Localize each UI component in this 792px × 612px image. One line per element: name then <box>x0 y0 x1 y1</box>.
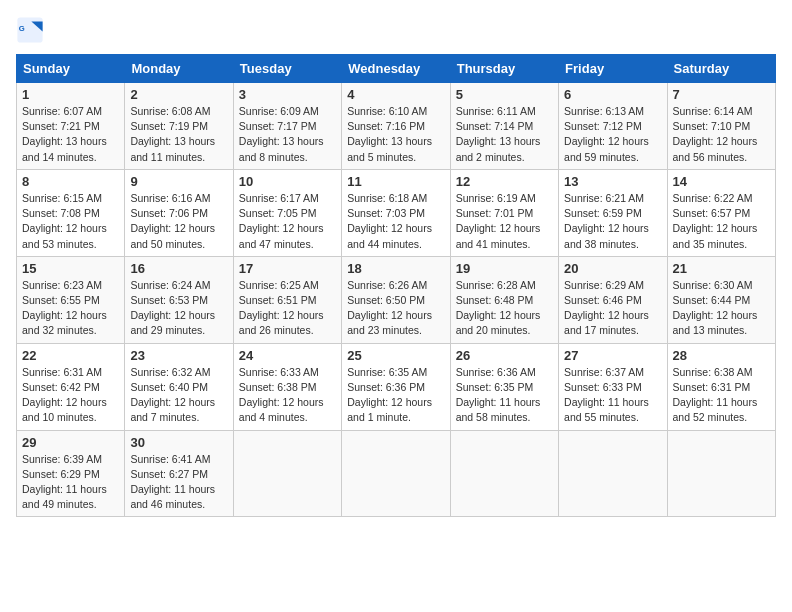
cell-line: Sunset: 6:48 PM <box>456 293 553 308</box>
calendar-cell: 24Sunrise: 6:33 AMSunset: 6:38 PMDayligh… <box>233 343 341 430</box>
cell-content: Sunrise: 6:25 AMSunset: 6:51 PMDaylight:… <box>239 278 336 339</box>
cell-line: Sunset: 7:06 PM <box>130 206 227 221</box>
cell-line: Daylight: 12 hours <box>130 395 227 410</box>
day-number: 14 <box>673 174 770 189</box>
cell-line: Sunrise: 6:25 AM <box>239 278 336 293</box>
calendar-cell: 5Sunrise: 6:11 AMSunset: 7:14 PMDaylight… <box>450 83 558 170</box>
cell-line: Sunset: 6:33 PM <box>564 380 661 395</box>
cell-line: and 5 minutes. <box>347 150 444 165</box>
cell-line: Sunrise: 6:36 AM <box>456 365 553 380</box>
day-number: 1 <box>22 87 119 102</box>
cell-line: Sunset: 6:29 PM <box>22 467 119 482</box>
cell-line: and 49 minutes. <box>22 497 119 512</box>
calendar-cell: 30Sunrise: 6:41 AMSunset: 6:27 PMDayligh… <box>125 430 233 517</box>
cell-line: Sunrise: 6:22 AM <box>673 191 770 206</box>
cell-line: Daylight: 13 hours <box>22 134 119 149</box>
cell-content: Sunrise: 6:23 AMSunset: 6:55 PMDaylight:… <box>22 278 119 339</box>
cell-line: and 13 minutes. <box>673 323 770 338</box>
cell-line: and 14 minutes. <box>22 150 119 165</box>
day-number: 23 <box>130 348 227 363</box>
calendar-cell: 6Sunrise: 6:13 AMSunset: 7:12 PMDaylight… <box>559 83 667 170</box>
cell-line: Sunset: 7:14 PM <box>456 119 553 134</box>
cell-content: Sunrise: 6:38 AMSunset: 6:31 PMDaylight:… <box>673 365 770 426</box>
cell-line: Sunset: 7:21 PM <box>22 119 119 134</box>
cell-line: Daylight: 12 hours <box>130 308 227 323</box>
calendar-cell: 12Sunrise: 6:19 AMSunset: 7:01 PMDayligh… <box>450 169 558 256</box>
cell-line: and 7 minutes. <box>130 410 227 425</box>
cell-line: Sunset: 7:01 PM <box>456 206 553 221</box>
cell-line: Daylight: 12 hours <box>673 308 770 323</box>
cell-line: Daylight: 12 hours <box>673 221 770 236</box>
cell-content: Sunrise: 6:28 AMSunset: 6:48 PMDaylight:… <box>456 278 553 339</box>
calendar-cell: 21Sunrise: 6:30 AMSunset: 6:44 PMDayligh… <box>667 256 775 343</box>
svg-text:G: G <box>19 24 25 33</box>
weekday-header-saturday: Saturday <box>667 55 775 83</box>
cell-content: Sunrise: 6:11 AMSunset: 7:14 PMDaylight:… <box>456 104 553 165</box>
calendar-cell: 19Sunrise: 6:28 AMSunset: 6:48 PMDayligh… <box>450 256 558 343</box>
calendar-cell: 11Sunrise: 6:18 AMSunset: 7:03 PMDayligh… <box>342 169 450 256</box>
cell-line: Sunrise: 6:09 AM <box>239 104 336 119</box>
cell-line: Sunrise: 6:15 AM <box>22 191 119 206</box>
calendar-cell: 10Sunrise: 6:17 AMSunset: 7:05 PMDayligh… <box>233 169 341 256</box>
cell-line: and 29 minutes. <box>130 323 227 338</box>
cell-line: Daylight: 12 hours <box>564 221 661 236</box>
calendar-cell: 2Sunrise: 6:08 AMSunset: 7:19 PMDaylight… <box>125 83 233 170</box>
cell-line: Sunrise: 6:39 AM <box>22 452 119 467</box>
cell-line: Daylight: 11 hours <box>673 395 770 410</box>
cell-line: Daylight: 11 hours <box>22 482 119 497</box>
cell-line: Sunset: 6:55 PM <box>22 293 119 308</box>
cell-line: Sunset: 6:31 PM <box>673 380 770 395</box>
weekday-header-sunday: Sunday <box>17 55 125 83</box>
day-number: 17 <box>239 261 336 276</box>
cell-line: Sunset: 6:57 PM <box>673 206 770 221</box>
cell-content: Sunrise: 6:35 AMSunset: 6:36 PMDaylight:… <box>347 365 444 426</box>
cell-content: Sunrise: 6:15 AMSunset: 7:08 PMDaylight:… <box>22 191 119 252</box>
cell-content: Sunrise: 6:07 AMSunset: 7:21 PMDaylight:… <box>22 104 119 165</box>
cell-line: Daylight: 11 hours <box>130 482 227 497</box>
cell-line: Sunset: 7:03 PM <box>347 206 444 221</box>
cell-line: Sunset: 6:51 PM <box>239 293 336 308</box>
cell-line: Daylight: 13 hours <box>456 134 553 149</box>
cell-line: and 56 minutes. <box>673 150 770 165</box>
cell-line: Sunset: 6:40 PM <box>130 380 227 395</box>
cell-content: Sunrise: 6:31 AMSunset: 6:42 PMDaylight:… <box>22 365 119 426</box>
cell-line: and 41 minutes. <box>456 237 553 252</box>
weekday-header-friday: Friday <box>559 55 667 83</box>
cell-line: Daylight: 12 hours <box>239 308 336 323</box>
cell-line: Sunset: 7:10 PM <box>673 119 770 134</box>
calendar-cell: 3Sunrise: 6:09 AMSunset: 7:17 PMDaylight… <box>233 83 341 170</box>
calendar-cell: 20Sunrise: 6:29 AMSunset: 6:46 PMDayligh… <box>559 256 667 343</box>
cell-line: Sunset: 7:12 PM <box>564 119 661 134</box>
cell-line: and 55 minutes. <box>564 410 661 425</box>
calendar-cell: 18Sunrise: 6:26 AMSunset: 6:50 PMDayligh… <box>342 256 450 343</box>
cell-line: and 10 minutes. <box>22 410 119 425</box>
cell-line: and 17 minutes. <box>564 323 661 338</box>
day-number: 4 <box>347 87 444 102</box>
cell-line: and 38 minutes. <box>564 237 661 252</box>
cell-line: Sunrise: 6:08 AM <box>130 104 227 119</box>
cell-line: and 8 minutes. <box>239 150 336 165</box>
calendar-cell: 17Sunrise: 6:25 AMSunset: 6:51 PMDayligh… <box>233 256 341 343</box>
cell-line: Sunset: 6:44 PM <box>673 293 770 308</box>
cell-line: Sunset: 6:35 PM <box>456 380 553 395</box>
cell-line: Daylight: 12 hours <box>564 308 661 323</box>
cell-line: and 26 minutes. <box>239 323 336 338</box>
cell-content: Sunrise: 6:22 AMSunset: 6:57 PMDaylight:… <box>673 191 770 252</box>
cell-line: and 52 minutes. <box>673 410 770 425</box>
cell-line: Sunrise: 6:13 AM <box>564 104 661 119</box>
cell-line: Sunrise: 6:33 AM <box>239 365 336 380</box>
cell-line: Sunrise: 6:31 AM <box>22 365 119 380</box>
calendar-cell: 9Sunrise: 6:16 AMSunset: 7:06 PMDaylight… <box>125 169 233 256</box>
weekday-header-monday: Monday <box>125 55 233 83</box>
cell-line: Sunset: 6:59 PM <box>564 206 661 221</box>
cell-line: Daylight: 12 hours <box>347 395 444 410</box>
cell-line: Sunrise: 6:21 AM <box>564 191 661 206</box>
cell-line: Sunrise: 6:32 AM <box>130 365 227 380</box>
day-number: 28 <box>673 348 770 363</box>
weekday-header-wednesday: Wednesday <box>342 55 450 83</box>
cell-line: and 1 minute. <box>347 410 444 425</box>
cell-line: Sunset: 6:38 PM <box>239 380 336 395</box>
cell-content: Sunrise: 6:33 AMSunset: 6:38 PMDaylight:… <box>239 365 336 426</box>
cell-content: Sunrise: 6:26 AMSunset: 6:50 PMDaylight:… <box>347 278 444 339</box>
day-number: 25 <box>347 348 444 363</box>
